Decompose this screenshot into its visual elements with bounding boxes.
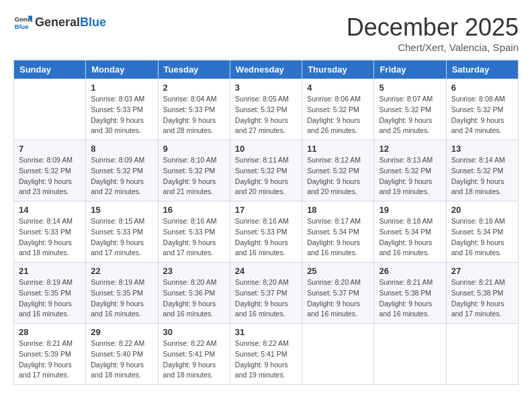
day-info: Sunrise: 8:12 AM Sunset: 5:32 PM Dayligh…: [307, 155, 369, 197]
day-info: Sunrise: 8:14 AM Sunset: 5:33 PM Dayligh…: [19, 216, 81, 259]
day-cell: 22Sunrise: 8:19 AM Sunset: 5:35 PM Dayli…: [86, 263, 158, 324]
day-cell: 19Sunrise: 8:18 AM Sunset: 5:34 PM Dayli…: [374, 201, 446, 263]
day-number: 27: [451, 266, 513, 276]
day-info: Sunrise: 8:21 AM Sunset: 5:38 PM Dayligh…: [451, 277, 513, 320]
day-info: Sunrise: 8:19 AM Sunset: 5:35 PM Dayligh…: [91, 277, 152, 320]
day-cell: 13Sunrise: 8:14 AM Sunset: 5:32 PM Dayli…: [446, 140, 518, 201]
day-number: 12: [379, 144, 441, 154]
day-number: 29: [91, 327, 152, 337]
day-cell: 12Sunrise: 8:13 AM Sunset: 5:32 PM Dayli…: [374, 140, 446, 201]
day-header-sunday: Sunday: [14, 60, 86, 79]
day-number: 23: [163, 266, 225, 276]
day-number: 19: [379, 205, 441, 215]
day-info: Sunrise: 8:20 AM Sunset: 5:36 PM Dayligh…: [163, 277, 225, 320]
day-header-friday: Friday: [374, 60, 446, 79]
day-info: Sunrise: 8:07 AM Sunset: 5:32 PM Dayligh…: [379, 94, 441, 136]
title-block: December 2025 Chert/Xert, Valencia, Spai…: [347, 13, 519, 53]
day-number: 18: [307, 205, 369, 215]
day-cell: 11Sunrise: 8:12 AM Sunset: 5:32 PM Dayli…: [302, 140, 374, 201]
day-info: Sunrise: 8:21 AM Sunset: 5:38 PM Dayligh…: [379, 277, 441, 320]
day-cell: 18Sunrise: 8:17 AM Sunset: 5:34 PM Dayli…: [302, 201, 374, 263]
day-cell: [374, 324, 446, 385]
day-number: 4: [307, 83, 369, 93]
day-number: 5: [379, 83, 441, 93]
day-number: 22: [91, 266, 152, 276]
day-info: Sunrise: 8:09 AM Sunset: 5:32 PM Dayligh…: [19, 155, 81, 197]
day-cell: 28Sunrise: 8:21 AM Sunset: 5:39 PM Dayli…: [14, 324, 86, 385]
day-info: Sunrise: 8:15 AM Sunset: 5:33 PM Dayligh…: [91, 216, 152, 259]
day-header-thursday: Thursday: [302, 60, 374, 79]
day-info: Sunrise: 8:14 AM Sunset: 5:32 PM Dayligh…: [451, 155, 513, 197]
day-number: 17: [235, 205, 297, 215]
day-info: Sunrise: 8:22 AM Sunset: 5:40 PM Dayligh…: [91, 338, 152, 381]
day-cell: 10Sunrise: 8:11 AM Sunset: 5:32 PM Dayli…: [230, 140, 302, 201]
logo-general-text: General: [35, 15, 80, 29]
day-cell: 26Sunrise: 8:21 AM Sunset: 5:38 PM Dayli…: [374, 263, 446, 324]
week-row-4: 21Sunrise: 8:19 AM Sunset: 5:35 PM Dayli…: [14, 263, 519, 324]
day-header-tuesday: Tuesday: [158, 60, 230, 79]
day-number: 25: [307, 266, 369, 276]
day-info: Sunrise: 8:19 AM Sunset: 5:35 PM Dayligh…: [19, 277, 81, 320]
week-row-3: 14Sunrise: 8:14 AM Sunset: 5:33 PM Dayli…: [14, 201, 519, 263]
day-header-monday: Monday: [86, 60, 158, 79]
logo-blue-text: Blue: [80, 15, 106, 29]
day-cell: 24Sunrise: 8:20 AM Sunset: 5:37 PM Dayli…: [230, 263, 302, 324]
week-row-1: 1Sunrise: 8:03 AM Sunset: 5:33 PM Daylig…: [14, 79, 519, 140]
day-info: Sunrise: 8:11 AM Sunset: 5:32 PM Dayligh…: [235, 155, 297, 197]
day-info: Sunrise: 8:04 AM Sunset: 5:33 PM Dayligh…: [163, 94, 225, 136]
day-number: 6: [451, 83, 513, 93]
day-number: 9: [163, 144, 225, 154]
day-cell: 8Sunrise: 8:09 AM Sunset: 5:32 PM Daylig…: [86, 140, 158, 201]
day-info: Sunrise: 8:13 AM Sunset: 5:32 PM Dayligh…: [379, 155, 441, 197]
day-info: Sunrise: 8:20 AM Sunset: 5:37 PM Dayligh…: [307, 277, 369, 320]
day-cell: 2Sunrise: 8:04 AM Sunset: 5:33 PM Daylig…: [158, 79, 230, 140]
day-number: 30: [163, 327, 225, 337]
day-cell: 5Sunrise: 8:07 AM Sunset: 5:32 PM Daylig…: [374, 79, 446, 140]
day-cell: 15Sunrise: 8:15 AM Sunset: 5:33 PM Dayli…: [86, 201, 158, 263]
day-cell: [14, 79, 86, 140]
day-number: 31: [235, 327, 297, 337]
day-info: Sunrise: 8:05 AM Sunset: 5:32 PM Dayligh…: [235, 94, 297, 136]
day-number: 2: [163, 83, 225, 93]
day-number: 11: [307, 144, 369, 154]
day-number: 15: [91, 205, 152, 215]
day-info: Sunrise: 8:21 AM Sunset: 5:39 PM Dayligh…: [19, 338, 81, 381]
day-cell: 21Sunrise: 8:19 AM Sunset: 5:35 PM Dayli…: [14, 263, 86, 324]
day-number: 20: [451, 205, 513, 215]
day-number: 24: [235, 266, 297, 276]
location-subtitle: Chert/Xert, Valencia, Spain: [347, 42, 519, 53]
logo-icon: General Blue: [13, 13, 32, 32]
month-title: December 2025: [347, 13, 519, 42]
day-header-saturday: Saturday: [446, 60, 518, 79]
day-number: 16: [163, 205, 225, 215]
week-row-5: 28Sunrise: 8:21 AM Sunset: 5:39 PM Dayli…: [14, 324, 519, 385]
day-cell: 27Sunrise: 8:21 AM Sunset: 5:38 PM Dayli…: [446, 263, 518, 324]
calendar-table: SundayMondayTuesdayWednesdayThursdayFrid…: [13, 60, 519, 385]
day-info: Sunrise: 8:22 AM Sunset: 5:41 PM Dayligh…: [235, 338, 297, 381]
day-info: Sunrise: 8:20 AM Sunset: 5:37 PM Dayligh…: [235, 277, 297, 320]
logo: General Blue GeneralBlue: [13, 13, 106, 32]
day-info: Sunrise: 8:18 AM Sunset: 5:34 PM Dayligh…: [451, 216, 513, 259]
day-info: Sunrise: 8:06 AM Sunset: 5:32 PM Dayligh…: [307, 94, 369, 136]
day-cell: 17Sunrise: 8:16 AM Sunset: 5:33 PM Dayli…: [230, 201, 302, 263]
day-cell: 30Sunrise: 8:22 AM Sunset: 5:41 PM Dayli…: [158, 324, 230, 385]
day-cell: 29Sunrise: 8:22 AM Sunset: 5:40 PM Dayli…: [86, 324, 158, 385]
day-cell: 23Sunrise: 8:20 AM Sunset: 5:36 PM Dayli…: [158, 263, 230, 324]
calendar-body: 1Sunrise: 8:03 AM Sunset: 5:33 PM Daylig…: [14, 79, 519, 385]
day-info: Sunrise: 8:18 AM Sunset: 5:34 PM Dayligh…: [379, 216, 441, 259]
day-number: 21: [19, 266, 81, 276]
day-cell: 25Sunrise: 8:20 AM Sunset: 5:37 PM Dayli…: [302, 263, 374, 324]
day-info: Sunrise: 8:16 AM Sunset: 5:33 PM Dayligh…: [235, 216, 297, 259]
day-cell: [302, 324, 374, 385]
day-number: 1: [91, 83, 152, 93]
day-cell: 3Sunrise: 8:05 AM Sunset: 5:32 PM Daylig…: [230, 79, 302, 140]
svg-text:Blue: Blue: [15, 23, 29, 30]
day-info: Sunrise: 8:17 AM Sunset: 5:34 PM Dayligh…: [307, 216, 369, 259]
day-info: Sunrise: 8:03 AM Sunset: 5:33 PM Dayligh…: [91, 94, 152, 136]
day-cell: 1Sunrise: 8:03 AM Sunset: 5:33 PM Daylig…: [86, 79, 158, 140]
day-number: 8: [91, 144, 152, 154]
day-number: 3: [235, 83, 297, 93]
day-cell: 6Sunrise: 8:08 AM Sunset: 5:32 PM Daylig…: [446, 79, 518, 140]
day-number: 7: [19, 144, 81, 154]
day-cell: 4Sunrise: 8:06 AM Sunset: 5:32 PM Daylig…: [302, 79, 374, 140]
